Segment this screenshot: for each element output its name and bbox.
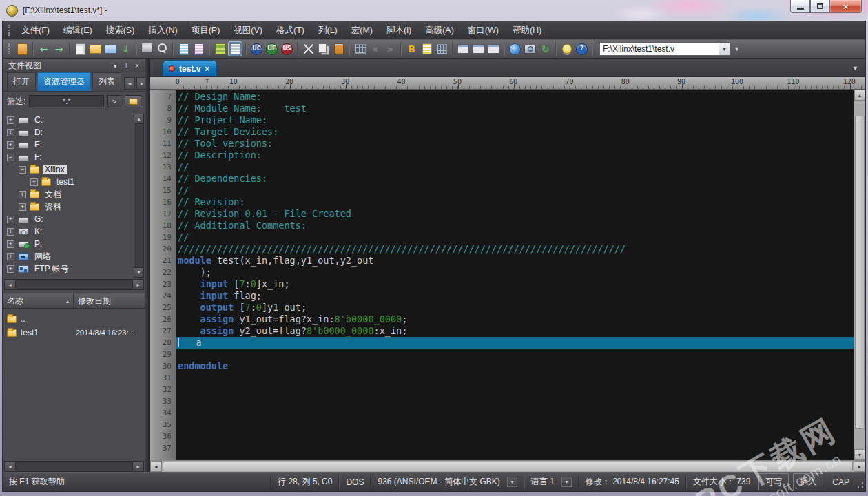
scroll-up-icon[interactable]: ▲ [854,90,865,101]
code-line[interactable]: 12// Description: [150,149,854,161]
code-line[interactable]: 22 ); [150,267,854,278]
resize-grip[interactable] [856,473,865,491]
save-all-icon[interactable]: ⇓ [118,41,133,56]
scrollbar-track[interactable] [16,462,132,471]
split-window-icon[interactable] [456,41,471,56]
list-item[interactable]: test12014/8/4 16:23:... [3,326,145,340]
browser-view-icon[interactable] [508,41,522,56]
code-line[interactable]: 29 [150,349,854,360]
unindent-icon[interactable]: « [368,41,382,56]
writable-toggle[interactable]: 可写 [758,473,789,490]
tree-label[interactable]: 资料 [43,201,63,213]
menu-item[interactable]: 项目(P) [185,21,227,40]
cascade-windows-icon[interactable] [486,41,501,56]
code-line[interactable]: 11// Tool versions: [150,138,854,149]
find-in-files-icon[interactable] [176,41,191,56]
scroll-left-icon[interactable]: ◄ [150,461,162,472]
tree-label[interactable]: K: [32,227,44,236]
status-line-ending[interactable]: DOS [340,473,370,491]
tree-label[interactable]: F: [32,152,44,162]
tree-item[interactable]: +D: [6,126,132,138]
scroll-right-icon[interactable]: ► [854,461,865,472]
tree-item[interactable]: +FTP 帐号 [6,262,132,275]
app-icon[interactable] [6,5,18,17]
forward-icon[interactable]: → [52,41,66,56]
column-header-date[interactable]: 修改日期 [74,294,145,308]
save-file-icon[interactable] [103,41,118,56]
tree-item[interactable]: +资料 [6,200,132,213]
code-editor[interactable]: 7// Design Name: 8// Module Name: test9/… [150,90,865,460]
tree-expander-icon[interactable]: + [7,129,14,136]
scroll-up-icon[interactable]: ▲ [134,114,143,124]
print-preview-icon[interactable] [155,41,169,56]
code-line[interactable]: 31 [150,372,854,384]
tree-expander-icon[interactable]: + [7,253,14,260]
code-line[interactable]: 36 [150,431,854,442]
insert-mode-toggle[interactable]: 插入 [793,473,823,490]
editor-vertical-scrollbar[interactable]: ▲ ▼ [854,90,865,460]
menu-item[interactable]: 格式(T) [269,21,311,40]
snapshot-icon[interactable] [523,41,537,56]
combobox-dropdown-icon[interactable]: ▼ [719,43,730,55]
code-line[interactable]: 10// Target Devices: [150,126,854,138]
tree-item[interactable]: +C: [6,114,132,126]
scroll-left-icon[interactable]: ◄ [4,280,16,289]
tree-item[interactable]: +E: [6,138,132,151]
ultracompare-icon[interactable]: UC [249,41,264,56]
tree-expander-icon[interactable]: + [30,178,38,186]
sidebar-tab-open[interactable]: 打开 [7,72,36,91]
code-line[interactable]: 26 assign y1_out=flag?x_in:8'b0000_0000; [150,313,854,325]
tree-label[interactable]: test1 [54,177,76,187]
code-line[interactable]: 28 a [150,337,854,349]
scroll-right-icon[interactable]: ► [132,280,144,289]
ultrasentry-icon[interactable]: US [280,41,294,56]
filter-input[interactable]: *.* [29,95,104,107]
panel-close-icon[interactable]: × [132,61,143,70]
menu-item[interactable]: 帮助(H) [506,21,548,40]
scroll-right-icon[interactable]: ► [132,462,144,471]
panel-pin-icon[interactable]: ⊥ [121,61,132,70]
tree-vertical-scrollbar[interactable]: ▲ ▼ [134,114,144,278]
tab-close-icon[interactable]: × [205,64,209,74]
status-encoding[interactable]: 936 (ANSI/OEM - 简体中文 GBK) ▼ [371,473,523,491]
sort-icon[interactable] [420,41,434,56]
browse-folder-button[interactable] [125,95,141,107]
list-item[interactable]: .. [3,312,145,326]
code-line[interactable]: 20//////////////////////////////////////… [150,243,854,255]
tree-expander-icon[interactable]: + [19,203,26,211]
tree-item[interactable]: +P: [6,238,132,250]
menu-item[interactable]: 文件(F) [14,21,56,40]
document-tab[interactable]: test.v × [163,60,217,76]
menu-item[interactable]: 视图(V) [227,21,269,40]
back-icon[interactable]: ← [37,41,51,56]
code-line[interactable]: 21module test(x_in,flag,y1_out,y2_out [150,255,854,267]
code-line[interactable]: 7// Design Name: [150,91,854,103]
editor-horizontal-scrollbar[interactable]: ◄ ► [150,460,865,472]
tree-expander-icon[interactable]: + [19,191,26,198]
indent-icon[interactable]: » [383,41,397,56]
menu-item[interactable]: 列(L) [311,21,344,40]
code-line[interactable]: 34 [150,407,854,419]
file-path-combobox[interactable]: F:\Xilinx\test1\test.v ▼ [599,42,730,56]
scroll-left-icon[interactable]: ◄ [4,462,16,471]
menu-item[interactable]: 脚本(i) [380,21,418,40]
code-line[interactable]: 9// Project Name: [150,114,854,126]
tile-windows-icon[interactable] [471,41,486,56]
tree-item[interactable]: +test1 [6,176,132,188]
tree-item[interactable]: +文档 [6,188,132,200]
tree-expander-icon[interactable]: + [7,240,14,248]
tree-expander-icon[interactable]: + [7,216,14,223]
code-line[interactable]: 8// Module Name: test [150,103,854,114]
tabs-scroll-left-button[interactable]: ◂ [124,77,135,90]
tree-label[interactable]: P: [32,239,44,249]
column-mode-icon[interactable] [213,41,227,56]
tree-label[interactable]: 文档 [43,189,63,200]
code-line[interactable]: 32 [150,384,854,395]
language-dropdown-icon[interactable]: ▼ [561,477,572,487]
minimize-button[interactable] [790,0,810,13]
tree-item[interactable]: +网络 [6,250,132,262]
code-line[interactable]: 25 output [7:0]y1_out; [150,302,854,313]
tree-label[interactable]: C: [32,115,45,125]
menu-grip[interactable] [8,25,12,36]
code-line[interactable]: 14// Dependencies: [150,173,854,185]
